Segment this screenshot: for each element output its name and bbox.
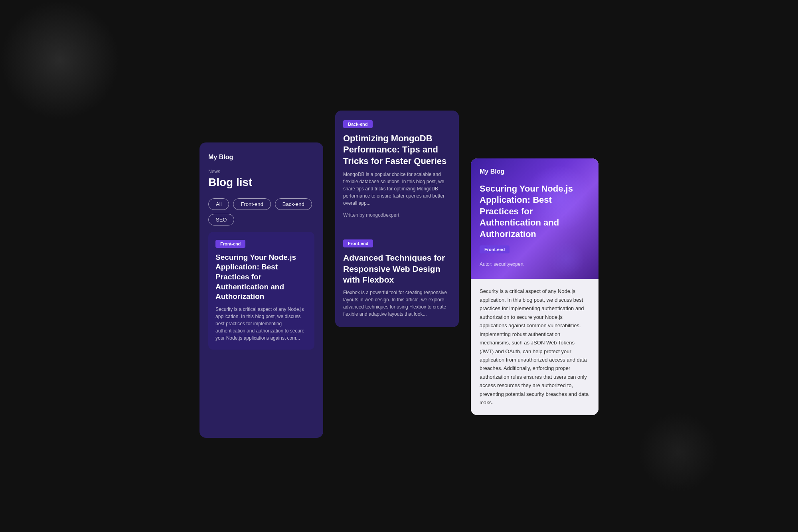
filter-backend[interactable]: Back-end (275, 198, 312, 210)
filter-frontend[interactable]: Front-end (233, 198, 271, 210)
left-card-excerpt: Security is a critical aspect of any Nod… (215, 306, 307, 342)
phone-right: My Blog Securing Your Node.js Applicatio… (471, 158, 598, 415)
middle-card-bottom[interactable]: Front-end Advanced Techniques for Respon… (335, 230, 459, 327)
middle-top-excerpt: MongoDB is a popular choice for scalable… (343, 171, 451, 207)
left-blog-card[interactable]: Front-end Securing Your Node.js Applicat… (208, 232, 314, 350)
middle-card-top[interactable]: Back-end Optimizing MongoDB Performance:… (335, 111, 459, 228)
middle-bottom-excerpt: Flexbox is a powerful tool for creating … (343, 289, 451, 318)
right-tag: Front-end (480, 245, 510, 253)
filter-buttons: All Front-end Back-end SEO (208, 198, 314, 225)
middle-bottom-title: Advanced Techniques for Responsive Web D… (343, 252, 451, 285)
right-author: Autor: securityexpert (480, 261, 590, 267)
right-logo: My Blog (480, 168, 590, 175)
detail-body: Security is a critical aspect of any Nod… (471, 279, 598, 415)
middle-top-title: Optimizing MongoDB Performance: Tips and… (343, 133, 451, 167)
blog-list-title: Blog list (208, 176, 314, 189)
left-card-title: Securing Your Node.js Application: Best … (215, 253, 307, 302)
scene: My Blog News Blog list All Front-end Bac… (200, 95, 598, 438)
filter-seo[interactable]: SEO (208, 214, 234, 225)
left-logo: My Blog (208, 154, 314, 161)
middle-top-author: Written by mongodbexpert (343, 212, 451, 218)
right-title: Securing Your Node.js Application: Best … (480, 183, 590, 240)
detail-body-text: Security is a critical aspect of any Nod… (480, 287, 590, 407)
phone-left: My Blog News Blog list All Front-end Bac… (200, 142, 323, 438)
phone-middle: Back-end Optimizing MongoDB Performance:… (335, 111, 459, 328)
filter-all[interactable]: All (208, 198, 229, 210)
left-card-tag: Front-end (215, 240, 245, 248)
middle-top-tag: Back-end (343, 120, 373, 128)
detail-header: My Blog Securing Your Node.js Applicatio… (471, 158, 598, 279)
news-label: News (208, 169, 314, 174)
middle-bottom-tag: Front-end (343, 239, 373, 247)
